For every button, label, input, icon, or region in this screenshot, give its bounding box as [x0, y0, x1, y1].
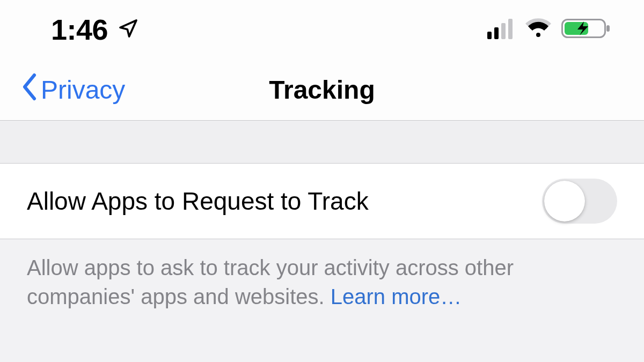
learn-more-link[interactable]: Learn more…: [331, 285, 462, 308]
toggle-knob: [544, 181, 585, 221]
back-button-label: Privacy: [41, 75, 125, 105]
svg-rect-0: [487, 32, 492, 39]
allow-tracking-row[interactable]: Allow Apps to Request to Track: [0, 164, 644, 239]
wifi-icon: [525, 18, 552, 41]
allow-tracking-footer: Allow apps to ask to track your activity…: [0, 239, 644, 311]
svg-rect-2: [501, 23, 506, 39]
group-spacer: [0, 121, 644, 164]
page-title: Tracking: [269, 75, 375, 105]
svg-rect-6: [606, 25, 610, 32]
status-bar-right: [487, 17, 612, 42]
svg-rect-3: [508, 19, 513, 39]
cell-signal-icon: [487, 18, 515, 41]
nav-bar: Privacy Tracking: [0, 59, 644, 121]
allow-tracking-label: Allow Apps to Request to Track: [27, 187, 369, 216]
back-button[interactable]: Privacy: [0, 59, 125, 120]
status-time: 1:46: [51, 13, 108, 46]
chevron-left-icon: [21, 73, 38, 107]
allow-tracking-toggle[interactable]: [542, 179, 617, 224]
svg-rect-1: [494, 27, 499, 39]
status-bar-left: 1:46: [51, 13, 139, 46]
battery-charging-icon: [561, 17, 612, 42]
status-bar: 1:46: [0, 0, 644, 59]
location-icon: [118, 18, 139, 41]
